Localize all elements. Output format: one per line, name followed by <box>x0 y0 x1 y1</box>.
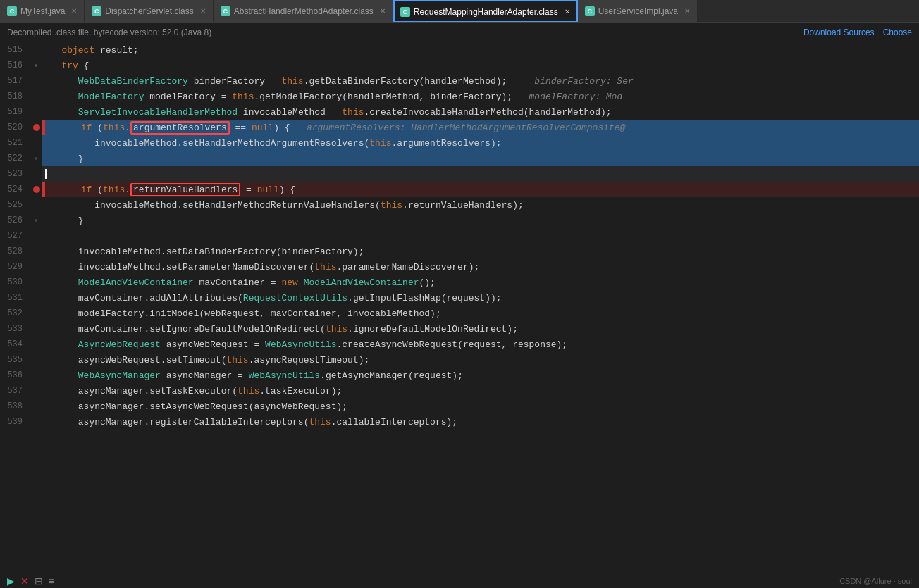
gutter-row-532: 532 <box>0 306 42 321</box>
code-text-538: asyncManager.setAsyncWebRequest(asyncWeb… <box>45 401 347 412</box>
fold-arrow-516[interactable]: ▾ <box>34 61 38 70</box>
gutter-row-521: 521 <box>0 135 42 151</box>
line-num-528: 528 <box>0 246 30 256</box>
gutter-row-538: 538 <box>0 399 42 414</box>
gutter-row-515: 515 <box>0 42 42 58</box>
code-line-533: mavContainer.setIgnoreDefaultModelOnRedi… <box>42 321 919 337</box>
line-num-527: 527 <box>0 231 30 241</box>
gutter-row-525: 525 <box>0 197 42 213</box>
code-text-526: } <box>45 215 84 226</box>
choose-link[interactable]: Choose <box>883 27 912 37</box>
code-line-531: mavContainer.addAllAttributes(RequestCon… <box>42 290 919 306</box>
gutter-row-526: 526 ▿ <box>0 213 42 228</box>
gutter-row-520: 520 <box>0 120 42 135</box>
gutter-row-519: 519 <box>0 104 42 120</box>
line-marker-526: ▿ <box>30 216 42 225</box>
tab-close-dispatcherservlet[interactable]: ✕ <box>200 7 206 15</box>
breakpoint-524[interactable] <box>33 186 40 193</box>
fold-arrow-522[interactable]: ▿ <box>34 154 38 163</box>
line-gutter: 515 516 ▾ 517 518 519 520 <box>0 42 42 573</box>
debug-step-icon[interactable]: ⊟ <box>35 575 43 587</box>
gutter-row-535: 535 <box>0 352 42 368</box>
argument-resolvers-highlight: argumentResolvers <box>130 121 230 135</box>
code-line-519: ServletInvocableHandlerMethod invocableM… <box>42 104 919 120</box>
code-text-517: WebDataBinderFactory binderFactory = thi… <box>45 76 634 87</box>
gutter-row-531: 531 <box>0 290 42 306</box>
line-marker-520 <box>30 124 42 131</box>
line-num-539: 539 <box>0 417 30 427</box>
gutter-row-530: 530 <box>0 275 42 290</box>
gutter-row-518: 518 <box>0 89 42 104</box>
code-line-538: asyncManager.setAsyncWebRequest(asyncWeb… <box>42 399 919 414</box>
line-num-526: 526 <box>0 215 30 225</box>
line-num-532: 532 <box>0 308 30 318</box>
gutter-row-536: 536 <box>0 368 42 383</box>
code-text-516: try { <box>45 61 89 71</box>
code-text-525: invocableMethod.setHandlerMethodReturnVa… <box>45 200 524 211</box>
line-num-537: 537 <box>0 386 30 396</box>
return-value-handlers-highlight: returnValueHandlers <box>130 183 240 196</box>
code-text-532: modelFactory.initModel(webRequest, mavCo… <box>45 308 441 319</box>
code-text-521: invocableMethod.setHandlerMethodArgument… <box>45 138 502 149</box>
line-num-533: 533 <box>0 324 30 334</box>
tab-requestmapping[interactable]: C RequestMappingHandlerAdapter.class ✕ <box>393 0 578 23</box>
code-text-518: ModelFactory modelFactory = this.getMode… <box>45 92 622 102</box>
gutter-row-539: 539 <box>0 414 42 430</box>
code-line-516: try { <box>42 58 919 73</box>
tab-close-requestmapping[interactable]: ✕ <box>565 8 570 15</box>
code-line-528: invocableMethod.setDataBinderFactory(bin… <box>42 244 919 259</box>
code-line-522: } <box>42 151 919 166</box>
line-num-518: 518 <box>0 92 30 101</box>
line-marker-524 <box>30 186 42 193</box>
line-num-536: 536 <box>0 370 30 380</box>
code-text-533: mavContainer.setIgnoreDefaultModelOnRedi… <box>45 324 518 334</box>
gutter-row-528: 528 <box>0 244 42 259</box>
code-line-537: asyncManager.setTaskExecutor(this.taskEx… <box>42 383 919 399</box>
tab-close-abstracthandler[interactable]: ✕ <box>380 7 386 15</box>
download-sources-link[interactable]: Download Sources <box>803 27 875 37</box>
code-text-519: ServletInvocableHandlerMethod invocableM… <box>45 107 612 118</box>
code-line-529: invocableMethod.setParameterNameDiscover… <box>42 259 919 275</box>
debug-stop-icon[interactable]: ✕ <box>20 575 29 587</box>
gutter-row-516: 516 ▾ <box>0 58 42 73</box>
line-marker-522: ▿ <box>30 154 42 163</box>
line-num-521: 521 <box>0 138 30 148</box>
gutter-row-534: 534 <box>0 337 42 352</box>
notification-text: Decompiled .class file, bytecode version… <box>7 27 211 37</box>
debug-run-icon[interactable]: ▶ <box>7 575 15 587</box>
line-num-520: 520 <box>0 123 30 132</box>
notification-bar: Decompiled .class file, bytecode version… <box>0 23 919 42</box>
tab-label-dispatcherservlet: DispatcherServlet.class <box>105 6 193 16</box>
tab-dispatcherservlet[interactable]: C DispatcherServlet.class ✕ <box>85 0 213 23</box>
code-line-530: ModelAndViewContainer mavContainer = new… <box>42 275 919 290</box>
code-content[interactable]: object result; try { WebDataBinderFactor… <box>42 42 919 573</box>
tab-label-requestmapping: RequestMappingHandlerAdapter.class <box>414 7 558 17</box>
tab-mytestjava[interactable]: C MyTest.java ✕ <box>0 0 85 23</box>
tab-userserviceimpl[interactable]: C UserServiceImpl.java ✕ <box>578 0 698 23</box>
code-line-539: asyncManager.registerCallableInterceptor… <box>42 414 919 430</box>
editor-area: 515 516 ▾ 517 518 519 520 <box>0 42 919 573</box>
line-num-519: 519 <box>0 107 30 117</box>
code-text-515: object result; <box>45 45 139 56</box>
notification-actions: Download Sources Choose <box>803 27 912 37</box>
code-text-531: mavContainer.addAllAttributes(RequestCon… <box>45 293 502 304</box>
code-line-520: if (this.argumentResolvers == null) { ar… <box>42 120 919 135</box>
tab-label-mytestjava: MyTest.java <box>20 6 65 16</box>
breakpoint-520[interactable] <box>33 124 40 131</box>
tab-close-mytestjava[interactable]: ✕ <box>71 7 77 15</box>
code-text-530: ModelAndViewContainer mavContainer = new… <box>45 277 436 288</box>
code-text-523 <box>45 169 53 180</box>
debug-menu-icon[interactable]: ≡ <box>49 575 54 587</box>
line-num-531: 531 <box>0 293 30 303</box>
code-text-528: invocableMethod.setDataBinderFactory(bin… <box>45 246 364 257</box>
line-num-515: 515 <box>0 45 30 55</box>
tab-close-userserviceimpl[interactable]: ✕ <box>684 7 690 15</box>
code-line-517: WebDataBinderFactory binderFactory = thi… <box>42 73 919 89</box>
fold-arrow-526[interactable]: ▿ <box>34 216 38 225</box>
code-line-527 <box>42 228 919 244</box>
tab-abstracthandler[interactable]: C AbstractHandlerMethodAdapter.class ✕ <box>214 0 393 23</box>
code-text-537: asyncManager.setTaskExecutor(this.taskEx… <box>45 386 342 396</box>
line-num-522: 522 <box>0 154 30 163</box>
code-line-534: AsyncWebRequest asyncWebRequest = WebAsy… <box>42 337 919 352</box>
tab-label-userserviceimpl: UserServiceImpl.java <box>598 6 678 16</box>
